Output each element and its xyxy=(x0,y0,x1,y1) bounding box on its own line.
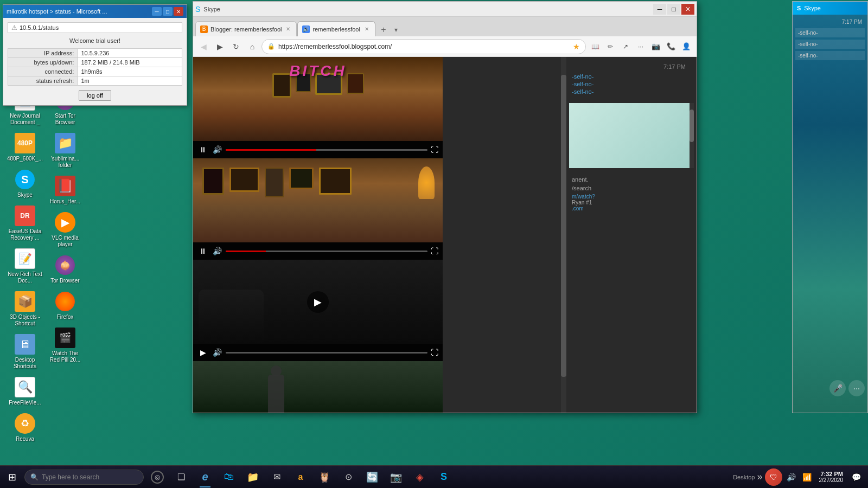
browser-minimize-btn[interactable]: ─ xyxy=(653,4,666,15)
desktop-icon-subliminal[interactable]: 📁 'sublimina... folder xyxy=(46,130,85,171)
desktop-icon-skype[interactable]: S Skype xyxy=(5,166,44,201)
figure-body xyxy=(268,375,284,413)
browser-restore-btn[interactable]: □ xyxy=(667,4,680,15)
reading-view-button[interactable]: 📖 xyxy=(588,40,602,54)
pause-btn-1[interactable]: ⏸ xyxy=(197,145,208,154)
antivirus-icon[interactable]: 🛡 xyxy=(765,468,782,486)
desktop-icon-480p[interactable]: 480P 480P_600K_... xyxy=(5,130,44,164)
taskbar-amazon[interactable]: a xyxy=(289,466,312,489)
video-controls-1: ⏸ 🔊 ⛶ xyxy=(193,141,443,158)
new-tab-button[interactable]: + xyxy=(377,23,390,36)
logoff-button[interactable]: log off xyxy=(79,90,111,101)
share-button[interactable]: ↗ xyxy=(618,40,633,54)
taskbar-mail[interactable]: ✉ xyxy=(265,466,288,489)
skype-mic-button[interactable]: 🎤 xyxy=(829,380,846,396)
taskbar-app9[interactable]: 🔄 xyxy=(361,466,384,489)
video-thumbnail-3: ▶ ▶ 🔊 ⛶ xyxy=(193,260,443,361)
more-button[interactable]: ··· xyxy=(634,40,648,54)
icon-label-desktop-shortcuts: Desktop Shortcuts xyxy=(7,357,43,370)
tab-close-blog[interactable]: ✕ xyxy=(363,25,371,33)
taskbar-store[interactable]: 🛍 xyxy=(218,466,240,489)
skype-contact-2[interactable]: -self-no- xyxy=(795,40,865,49)
progress-bar-2[interactable] xyxy=(226,251,427,252)
progress-bar-3[interactable] xyxy=(226,352,427,354)
mail-icon: ✉ xyxy=(273,472,280,482)
fullscreen-btn-1[interactable]: ⛶ xyxy=(431,145,438,154)
notification-button[interactable]: 💬 xyxy=(848,470,864,485)
taskbar-camera[interactable]: 📷 xyxy=(385,466,407,489)
desktop-icon-watch-red-pill[interactable]: 🎬 Watch The Red Pill 20... xyxy=(46,325,85,365)
video-section-3: ▶ ▶ 🔊 ⛶ xyxy=(193,260,443,361)
taskbar-taskview[interactable]: ❑ xyxy=(170,466,193,489)
home-button[interactable]: ⌂ xyxy=(245,40,259,54)
skype-contact-1[interactable]: -self-no- xyxy=(795,28,865,37)
start-button[interactable]: ⊞ xyxy=(0,466,24,489)
desktop-icon-tor-browser[interactable]: 🧅 Tor Browser xyxy=(46,252,85,286)
volume-icon[interactable]: 🔊 xyxy=(784,471,798,484)
desktop-icon-richtext[interactable]: 📝 New Rich Text Doc... xyxy=(5,246,44,286)
video-bg-1: BITCH xyxy=(193,57,443,141)
play-button-3[interactable]: ▶ xyxy=(307,291,329,313)
tab-overflow-button[interactable]: ▾ xyxy=(391,23,401,36)
restore-button[interactable]: □ xyxy=(163,7,173,16)
blog-videos-area: BITCH ⏸ xyxy=(193,57,443,413)
skype-more-button[interactable]: ··· xyxy=(848,380,865,396)
skype-call-buttons: 🎤 ··· xyxy=(829,380,865,396)
taskbar-edge[interactable]: e xyxy=(194,466,216,489)
close-button[interactable]: ✕ xyxy=(174,7,183,16)
url-bar[interactable]: ⚠ 10.5.0.1/status xyxy=(8,22,182,33)
taskbar-tripadvisor[interactable]: 🦉 xyxy=(313,466,336,489)
fullscreen-btn-3[interactable]: ⛶ xyxy=(431,348,438,357)
progress-bar-1[interactable] xyxy=(226,149,427,151)
play-btn-3[interactable]: ▶ xyxy=(197,348,208,357)
taskbar-app11[interactable]: ◈ xyxy=(409,466,431,489)
sidebar-link-3[interactable]: -self-no- xyxy=(572,88,691,95)
desktop-icon-horus[interactable]: 📕 Horus_Her... xyxy=(46,173,85,207)
tab-close-blogger[interactable]: ✕ xyxy=(284,25,292,33)
desktop-icon-firefox[interactable]: Firefox xyxy=(46,288,85,323)
chair-silhouette xyxy=(199,290,264,344)
tab-blog[interactable]: 🔊 rememberlessfool ✕ xyxy=(297,21,375,36)
forward-button[interactable]: ▶ xyxy=(213,40,227,54)
desktop-label[interactable]: Desktop xyxy=(733,474,755,480)
minimize-button[interactable]: ─ xyxy=(152,7,162,16)
pause-btn-2[interactable]: ⏸ xyxy=(197,247,208,255)
fullscreen-btn-2[interactable]: ⛶ xyxy=(431,247,438,255)
search-bar[interactable]: 🔍 Type here to search xyxy=(24,470,144,485)
chevron-icon[interactable]: » xyxy=(757,471,762,483)
volume-btn-1[interactable]: 🔊 xyxy=(212,145,222,154)
desktop-icon-3dobj[interactable]: 📦 3D Objects - Shortcut xyxy=(5,288,44,329)
back-button[interactable]: ◀ xyxy=(196,40,210,54)
desktop-icon-desktop-shortcuts[interactable]: 🖥 Desktop Shortcuts xyxy=(5,331,44,372)
page-scrollbar[interactable] xyxy=(561,57,566,413)
sidebar-link-1[interactable]: -self-no- xyxy=(572,73,691,80)
desktop-icon-recuva[interactable]: ♻ Recuva xyxy=(5,410,44,445)
taskbar-app8[interactable]: ⊙ xyxy=(337,466,360,489)
icon-label-3dobj: 3D Objects - Shortcut xyxy=(7,314,43,327)
refresh-button[interactable]: ↻ xyxy=(229,40,243,54)
address-bar[interactable]: 🔒 https://rememberlessfool.blogspot.com/… xyxy=(261,39,586,54)
sidebar-link-2[interactable]: -self-no- xyxy=(572,81,691,87)
taskbar-cortana[interactable]: ◎ xyxy=(146,466,169,489)
desktop-icon-easeus[interactable]: DR EaseUS Data Recovery ... xyxy=(5,203,44,243)
taskbar-skype[interactable]: S xyxy=(432,466,455,489)
camera-btn[interactable]: 📷 xyxy=(649,40,663,54)
pen-button[interactable]: ✏ xyxy=(603,40,617,54)
skype-contact-3[interactable]: -self-no- xyxy=(795,51,865,60)
sidebar-url-2[interactable]: .com xyxy=(572,206,691,211)
tab-blogger[interactable]: B Blogger: rememberlessfool ✕ xyxy=(195,21,297,36)
video-frame-4 xyxy=(193,361,443,413)
desktop-icon-freefileview[interactable]: 🔍 FreeFileVie... xyxy=(5,374,44,408)
taskbar-clock[interactable]: 7:32 PM 2/27/2020 xyxy=(816,468,847,485)
search-placeholder: Type here to search xyxy=(42,473,99,481)
network-icon[interactable]: 📶 xyxy=(800,471,814,484)
desktop-icon-vlc[interactable]: ▶ VLC media player xyxy=(46,209,85,250)
call-btn[interactable]: 📞 xyxy=(664,40,678,54)
browser-close-btn[interactable]: ✕ xyxy=(681,4,694,15)
volume-btn-3[interactable]: 🔊 xyxy=(212,348,222,357)
volume-btn-2[interactable]: 🔊 xyxy=(212,247,222,255)
lock-icon: 🔒 xyxy=(267,43,275,50)
taskbar-explorer[interactable]: 📁 xyxy=(241,466,264,489)
sidebar-url-1[interactable]: m/watch? xyxy=(572,194,691,200)
account-btn[interactable]: 👤 xyxy=(679,40,693,54)
